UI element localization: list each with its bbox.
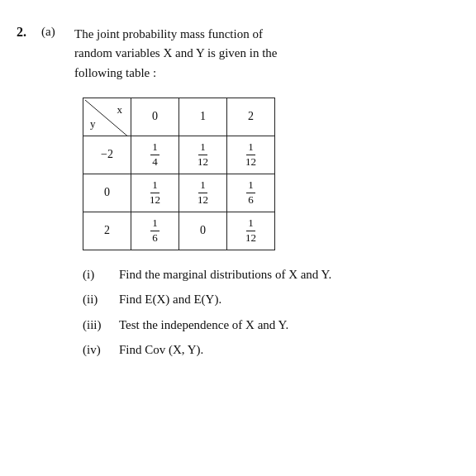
sub-question-i: (i) Find the marginal distributions of X… (83, 265, 459, 284)
cell-2-1: 0 (179, 212, 227, 250)
cell-0-2: 1 12 (227, 136, 275, 174)
table-container: x y 0 1 2 −2 1 4 (83, 98, 459, 250)
col-header-0: 0 (131, 98, 179, 136)
sub-question-ii: (ii) Find E(X) and E(Y). (83, 290, 459, 309)
col-header-1: 1 (179, 98, 227, 136)
xy-header-cell: x y (83, 98, 131, 136)
fraction-2-0: 1 6 (150, 217, 159, 245)
sub-q-label-i: (i) (83, 265, 114, 284)
sub-q-text-iii: Test the independence of X and Y. (119, 316, 288, 335)
table-row: 2 1 6 0 1 12 (83, 212, 275, 250)
fraction-0-0: 1 4 (150, 140, 159, 169)
table-header-row: x y 0 1 2 (83, 98, 275, 136)
table-row: −2 1 4 1 12 (83, 136, 275, 174)
fraction-0-2: 1 12 (244, 140, 258, 169)
cell-1-0: 1 12 (131, 174, 179, 212)
cell-2-0: 1 6 (131, 212, 179, 250)
col-header-2: 2 (227, 98, 275, 136)
sub-question-iv: (iv) Find Cov (X, Y). (83, 340, 459, 359)
y-label: y (90, 117, 96, 131)
fraction-1-1: 1 12 (196, 178, 210, 207)
cell-0-1: 1 12 (179, 136, 227, 174)
question-part: (a) (41, 25, 68, 39)
sub-q-label-iv: (iv) (83, 340, 114, 359)
y-val-row1: 0 (83, 174, 131, 212)
sub-q-label-iii: (iii) (83, 316, 114, 335)
fraction-1-2: 1 6 (246, 178, 255, 207)
fraction-1-0: 1 12 (148, 178, 162, 207)
question-header: 2. (a) The joint probability mass functi… (17, 25, 459, 83)
y-val-row0: −2 (83, 136, 131, 174)
pmf-table: x y 0 1 2 −2 1 4 (83, 98, 275, 250)
question-number: 2. (17, 25, 35, 40)
sub-question-iii: (iii) Test the independence of X and Y. (83, 316, 459, 335)
sub-q-text-iv: Find Cov (X, Y). (119, 340, 203, 359)
sub-q-text-i: Find the marginal distributions of X and… (119, 265, 331, 284)
fraction-0-1: 1 12 (196, 140, 210, 169)
question-block: 2. (a) The joint probability mass functi… (17, 25, 459, 359)
question-text: The joint probability mass function of r… (74, 25, 278, 83)
fraction-2-2: 1 12 (244, 217, 258, 245)
question-line2: random variables X and Y is given in the (74, 46, 278, 60)
cell-1-2: 1 6 (227, 174, 275, 212)
sub-questions: (i) Find the marginal distributions of X… (83, 265, 459, 359)
y-val-row2: 2 (83, 212, 131, 250)
sub-q-label-ii: (ii) (83, 290, 114, 309)
cell-1-1: 1 12 (179, 174, 227, 212)
sub-q-text-ii: Find E(X) and E(Y). (119, 290, 221, 309)
cell-2-1-value: 0 (200, 224, 206, 236)
cell-0-0: 1 4 (131, 136, 179, 174)
cell-2-2: 1 12 (227, 212, 275, 250)
question-line1: The joint probability mass function of (74, 27, 263, 40)
table-row: 0 1 12 1 12 (83, 174, 275, 212)
question-line3: following table : (74, 66, 156, 79)
